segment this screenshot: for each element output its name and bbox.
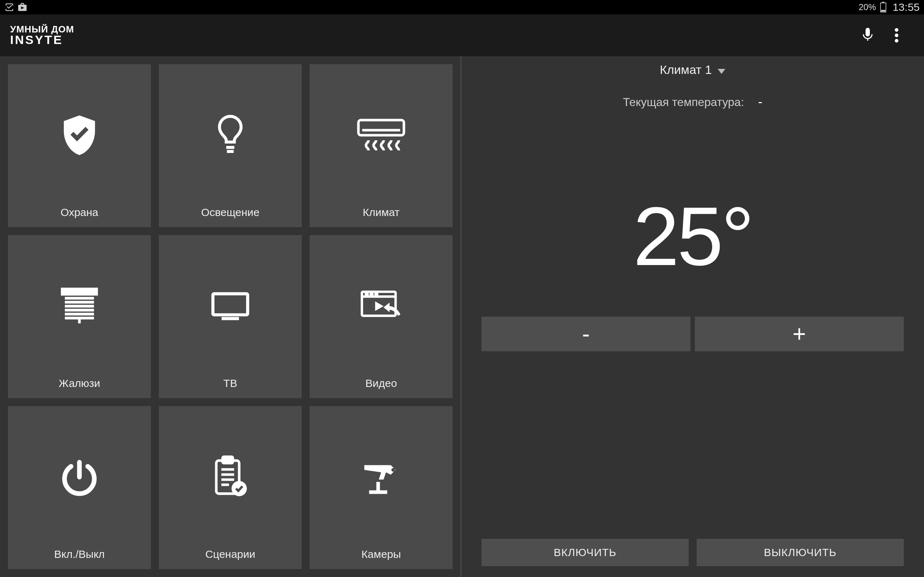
turn-on-button[interactable]: ВКЛЮЧИТЬ [481, 539, 689, 566]
app-header: УМНЫЙ ДОМ INSYTE [0, 15, 924, 56]
tile-scenarios[interactable]: Сценарии [159, 406, 302, 569]
svg-point-24 [375, 293, 377, 295]
svg-point-34 [391, 468, 395, 472]
tile-tv[interactable]: ТВ [159, 235, 302, 398]
blinds-icon [60, 235, 99, 377]
tile-label: ТВ [223, 377, 237, 390]
decrease-temperature-button[interactable]: - [481, 317, 690, 351]
download-done-icon [4, 2, 15, 12]
svg-point-23 [371, 293, 373, 295]
tile-label: Сценарии [205, 548, 255, 561]
tile-label: Жалюзи [58, 377, 100, 390]
turn-off-button[interactable]: ВЫКЛЮЧИТЬ [696, 539, 904, 566]
svg-rect-2 [881, 10, 885, 12]
ac-unit-icon [356, 64, 406, 206]
tv-icon [210, 235, 250, 377]
svg-rect-8 [359, 120, 404, 135]
tile-label: Освещение [201, 206, 260, 219]
clipboard-check-icon [210, 406, 250, 548]
bulb-icon [214, 64, 247, 206]
svg-rect-32 [376, 482, 380, 492]
tile-label: Видео [365, 377, 397, 390]
zone-name: Климат 1 [660, 63, 712, 77]
tile-label: Камеры [361, 548, 401, 561]
current-temperature-row: Текущая температура: - [481, 94, 904, 109]
tile-label: Вкл./Выкл [54, 548, 105, 561]
current-temperature-value: - [758, 94, 762, 109]
tile-climate[interactable]: Климат [310, 64, 452, 227]
svg-point-5 [895, 39, 898, 43]
chevron-down-icon [717, 63, 725, 77]
increase-temperature-button[interactable]: + [695, 317, 904, 351]
tile-blinds[interactable]: Жалюзи [8, 235, 151, 398]
brand-logo: УМНЫЙ ДОМ INSYTE [10, 24, 74, 47]
more-vert-icon [895, 28, 898, 43]
tile-cameras[interactable]: Камеры [310, 406, 452, 569]
power-icon [60, 406, 99, 548]
clock: 13:55 [893, 1, 920, 13]
svg-rect-26 [223, 457, 233, 463]
climate-panel: Климат 1 Текущая температура: - 25° - + … [461, 56, 924, 577]
cctv-icon [360, 406, 403, 548]
tile-video[interactable]: Видео [310, 235, 452, 398]
svg-point-4 [895, 34, 898, 37]
tile-lighting[interactable]: Освещение [159, 64, 302, 227]
voice-button[interactable] [853, 21, 882, 50]
svg-rect-1 [882, 2, 884, 3]
shield-check-icon [61, 64, 97, 206]
play-store-icon [17, 2, 27, 12]
tile-label: Климат [363, 206, 399, 219]
current-temperature-label: Текущая температура: [623, 95, 744, 108]
android-status-bar: 20% 13:55 [0, 0, 924, 15]
svg-rect-33 [369, 490, 387, 494]
tile-label: Охрана [61, 206, 99, 219]
setpoint-temperature: 25° [481, 189, 904, 284]
overflow-menu-button[interactable] [882, 21, 911, 50]
zone-selector[interactable]: Климат 1 [481, 63, 904, 77]
svg-point-3 [895, 28, 898, 32]
tile-security[interactable]: Охрана [8, 64, 151, 227]
video-touch-icon [360, 235, 403, 377]
battery-percent: 20% [859, 2, 876, 12]
battery-icon [880, 2, 887, 13]
svg-rect-18 [213, 294, 247, 315]
tile-power[interactable]: Вкл./Выкл [8, 406, 151, 569]
svg-point-22 [366, 293, 367, 295]
microphone-icon [861, 26, 874, 44]
category-grid: Охрана Освещение Климат Жалюзи [0, 56, 460, 577]
svg-rect-10 [62, 289, 96, 294]
